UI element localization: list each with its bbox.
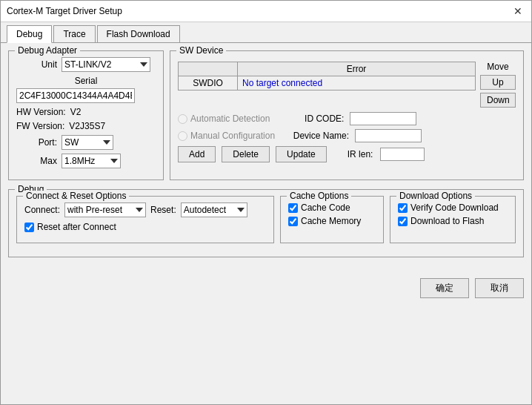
reset-after-connect-row: Reset after Connect xyxy=(24,222,266,232)
verify-code-checkbox[interactable] xyxy=(398,203,408,213)
id-code-input[interactable] xyxy=(350,112,416,125)
sw-table-area: Error SWDIO No target connected xyxy=(178,62,476,108)
fw-version-row: FW Version: V2J35S7 xyxy=(16,121,156,131)
reset-after-connect-checkbox[interactable] xyxy=(24,223,34,232)
connect-row: Connect: with Pre-reset Normal under Res… xyxy=(24,202,266,217)
download-options-title: Download Options xyxy=(396,191,475,201)
download-flash-checkbox[interactable] xyxy=(398,217,408,226)
fw-version-value: V2J35S7 xyxy=(69,121,105,131)
device-name-row: Device Name: xyxy=(290,129,422,142)
cache-code-row: Cache Code xyxy=(288,202,376,213)
title-bar: Cortex-M Target Driver Setup ✕ xyxy=(1,1,531,22)
swdio-cell: SWDIO xyxy=(179,76,238,90)
cache-memory-row: Cache Memory xyxy=(288,216,376,226)
tab-debug[interactable]: Debug xyxy=(7,25,52,43)
connect-reset-group: Connect & Reset Options Connect: with Pr… xyxy=(16,196,274,243)
port-label: Port: xyxy=(16,137,57,148)
main-window: Cortex-M Target Driver Setup ✕ Debug Tra… xyxy=(0,0,532,405)
tab-flash-download[interactable]: Flash Download xyxy=(97,25,180,42)
hw-version-label: HW Version: xyxy=(16,107,66,117)
move-up-button[interactable]: Up xyxy=(480,75,516,90)
table-row: SWDIO No target connected xyxy=(179,76,476,90)
detection-row: Automatic Detection ID CODE: xyxy=(178,112,516,125)
connect-select[interactable]: with Pre-reset Normal under Reset xyxy=(64,202,146,217)
tab-trace[interactable]: Trace xyxy=(53,25,95,42)
no-target-cell: No target connected xyxy=(238,76,476,90)
sw-device-inner: Error SWDIO No target connected xyxy=(178,62,516,108)
close-button[interactable]: ✕ xyxy=(511,5,525,17)
port-select[interactable]: SW JTAG xyxy=(61,135,113,150)
max-select[interactable]: 1.8MHz 4MHz 8MHz xyxy=(61,154,121,168)
move-down-button[interactable]: Down xyxy=(480,93,516,108)
id-code-row: ID CODE: xyxy=(285,112,416,125)
serial-row: Serial xyxy=(16,76,156,103)
connect-reset-title: Connect & Reset Options xyxy=(23,191,129,201)
cache-options-title: Cache Options xyxy=(287,191,351,201)
fw-version-label: FW Version: xyxy=(16,121,64,131)
cache-options-group: Cache Options Cache Code Cache Memory xyxy=(280,196,384,243)
download-options-group: Download Options Verify Code Download Do… xyxy=(390,196,516,243)
reset-label: Reset: xyxy=(150,205,176,215)
sw-device-group: SW Device Error xyxy=(170,50,524,180)
download-flash-label: Download to Flash xyxy=(410,216,484,226)
cache-code-checkbox[interactable] xyxy=(288,203,298,213)
tab-content: Debug Adapter Unit ST-LINK/V2 ST-LINK/V3… xyxy=(1,43,531,271)
ok-button[interactable]: 确定 xyxy=(420,278,469,298)
unit-select[interactable]: ST-LINK/V2 ST-LINK/V3 xyxy=(61,57,150,72)
serial-input[interactable] xyxy=(16,88,135,103)
max-row: Max 1.8MHz 4MHz 8MHz xyxy=(16,154,156,168)
verify-code-label: Verify Code Download xyxy=(410,202,499,213)
sw-table-header-swdio xyxy=(179,62,238,76)
debug-inner: Connect & Reset Options Connect: with Pr… xyxy=(16,196,516,249)
window-title: Cortex-M Target Driver Setup xyxy=(7,6,122,16)
cancel-button[interactable]: 取消 xyxy=(475,278,524,298)
max-label: Max xyxy=(16,156,57,166)
manual-config-radio[interactable]: Manual Configuration xyxy=(178,131,275,141)
cache-memory-checkbox[interactable] xyxy=(288,217,298,226)
sw-bottom: Automatic Detection ID CODE: Manual Conf… xyxy=(178,112,516,162)
ir-len-input[interactable] xyxy=(380,148,425,161)
manual-row: Manual Configuration Device Name: xyxy=(178,129,516,142)
move-label: Move xyxy=(480,62,516,72)
move-buttons: Move Up Down xyxy=(480,62,516,108)
reset-after-connect-label: Reset after Connect xyxy=(37,222,116,232)
tab-bar: Debug Trace Flash Download xyxy=(1,22,531,43)
cache-memory-label: Cache Memory xyxy=(301,216,361,226)
connect-label: Connect: xyxy=(24,205,60,215)
add-button[interactable]: Add xyxy=(178,146,216,162)
port-row: Port: SW JTAG xyxy=(16,135,156,150)
serial-label: Serial xyxy=(16,76,156,86)
reset-select[interactable]: Autodetect Software Hardware xyxy=(181,202,247,217)
debug-section-group: Debug Connect & Reset Options Connect: w… xyxy=(8,189,524,257)
unit-row: Unit ST-LINK/V2 ST-LINK/V3 xyxy=(16,57,156,72)
id-code-label: ID CODE: xyxy=(285,113,344,124)
download-flash-row: Download to Flash xyxy=(398,216,508,226)
verify-code-row: Verify Code Download xyxy=(398,202,508,213)
cache-code-label: Cache Code xyxy=(301,202,350,213)
ir-len-label: IR len: xyxy=(348,149,373,159)
sw-device-title: SW Device xyxy=(176,45,226,56)
delete-button[interactable]: Delete xyxy=(222,146,270,162)
ir-len-row: IR len: xyxy=(348,148,425,161)
sw-table: Error SWDIO No target connected xyxy=(178,62,476,90)
unit-label: Unit xyxy=(16,59,57,70)
sw-table-header-error: Error xyxy=(238,62,476,76)
automatic-detection-radio[interactable]: Automatic Detection xyxy=(178,112,270,125)
device-name-label: Device Name: xyxy=(290,131,349,141)
top-row: Debug Adapter Unit ST-LINK/V2 ST-LINK/V3… xyxy=(8,50,524,186)
hw-version-value: V2 xyxy=(70,107,82,117)
footer-buttons: 确定 取消 xyxy=(1,271,531,306)
device-name-input[interactable] xyxy=(355,129,422,142)
action-row: Add Delete Update IR len: xyxy=(178,146,516,162)
hw-version-row: HW Version: V2 xyxy=(16,107,156,117)
debug-adapter-title: Debug Adapter xyxy=(15,45,80,56)
update-button[interactable]: Update xyxy=(276,146,327,162)
debug-adapter-group: Debug Adapter Unit ST-LINK/V2 ST-LINK/V3… xyxy=(8,50,164,180)
